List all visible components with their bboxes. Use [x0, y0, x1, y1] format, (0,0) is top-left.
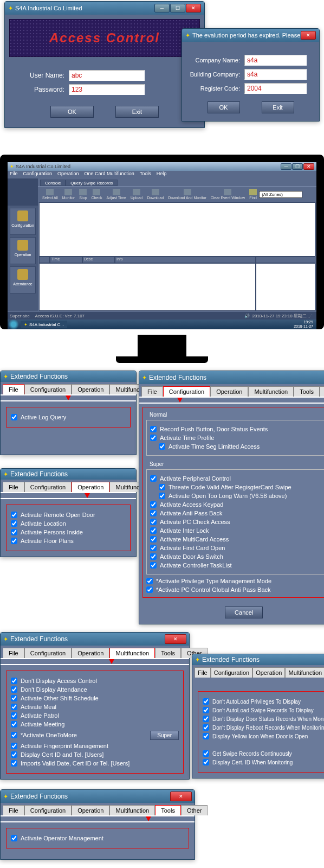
tab-other[interactable]: Other — [320, 386, 324, 397]
chk-location[interactable]: Activate Location — [11, 520, 126, 527]
chk-patrol[interactable]: Activate Patrol — [11, 712, 179, 719]
tab-multifunction[interactable]: Multifunction — [109, 648, 155, 658]
close-button[interactable]: ✕ — [301, 31, 316, 40]
tab-configuration[interactable]: Configuration — [211, 667, 252, 678]
maximize-button[interactable]: ☐ — [292, 163, 303, 170]
tab-file[interactable]: File — [3, 482, 24, 492]
chk-operator-mgmt[interactable]: Activate Operator Management — [11, 835, 184, 841]
chk-open-too-long[interactable]: Activate Open Too Long Warn (V6.58 above… — [159, 493, 324, 499]
tb-upload[interactable]: Upload — [131, 189, 142, 200]
tab-configuration[interactable]: Configuration — [24, 805, 72, 815]
ok-button[interactable]: OK — [208, 101, 240, 113]
super-button[interactable]: Super — [150, 731, 179, 740]
chk-yellow-icon[interactable]: Display Yellow Icon When Door is Open — [203, 733, 324, 739]
chk-other-shift[interactable]: Activate Other Shift Schedule — [11, 695, 179, 701]
close-button[interactable]: ✕ — [303, 163, 314, 170]
tab-tools[interactable]: Tools — [155, 648, 181, 658]
chk-cert-monitoring[interactable]: Display Cert. ID When Monitoring — [203, 759, 324, 765]
tab-multifunction[interactable]: Multifunction — [109, 805, 155, 815]
chk-time-profile[interactable]: Activate Time Profile — [150, 435, 324, 441]
chk-onetomore[interactable]: *Activate OneToMore — [11, 732, 150, 738]
tab-configuration[interactable]: Configuration — [24, 482, 72, 492]
chk-imports-valid[interactable]: Imports Valid Date, Cert ID or Tel. [Use… — [11, 760, 179, 767]
chk-meal[interactable]: Activate Meal — [11, 704, 179, 710]
start-button[interactable] — [8, 320, 20, 329]
chk-no-access-control[interactable]: Don't Display Access Control — [11, 678, 179, 684]
chk-priv-type-mgmt[interactable]: *Activate Privilege Type Management Mode — [146, 578, 324, 584]
menu-operation[interactable]: Operation — [57, 171, 79, 178]
chk-cert-id-tel[interactable]: Display Cert ID and Tel. [Users] — [11, 751, 179, 758]
chk-timeseg-access[interactable]: Activate Time Seg Limitted Access — [159, 443, 324, 450]
tb-downloadmonitor[interactable]: Download And Monitor — [168, 189, 206, 200]
tb-clear[interactable]: Clear Event Window — [211, 189, 245, 200]
tab-operation[interactable]: Operation — [72, 648, 109, 658]
tab-other[interactable]: Other — [181, 805, 208, 815]
chk-anti-passback[interactable]: Activate Anti Pass Back — [150, 510, 324, 516]
cancel-button[interactable]: Cancel — [225, 607, 263, 618]
menu-help[interactable]: Help — [157, 171, 167, 178]
menu-configuration[interactable]: Configuration — [23, 171, 53, 178]
chk-pc-check[interactable]: Activate PC Check Access — [150, 519, 324, 525]
exit-button[interactable]: Exit — [262, 101, 294, 113]
tb-find[interactable]: Find — [249, 189, 257, 200]
chk-tasklist[interactable]: Activate Controller TaskList — [150, 562, 324, 569]
chk-door-switch[interactable]: Activate Door As Switch — [150, 553, 324, 560]
maximize-button[interactable]: ☐ — [170, 4, 185, 12]
chk-threat-code[interactable]: Threate Code Valid After RegisgterCard S… — [159, 484, 324, 490]
tb-download[interactable]: Download — [147, 189, 164, 200]
tb-stop[interactable]: Stop — [79, 189, 87, 200]
close-button[interactable]: ✕ — [170, 792, 192, 801]
building-input[interactable] — [244, 69, 307, 80]
side-operation[interactable]: Operation — [10, 237, 36, 264]
tab-file[interactable]: File — [195, 667, 211, 678]
tab-multifunction[interactable]: Multifunction — [248, 386, 294, 397]
tab-operation[interactable]: Operation — [210, 386, 248, 397]
chk-no-attendance[interactable]: Don't Display Attendance — [11, 686, 179, 693]
tab-multifunction[interactable]: Multifunction — [285, 667, 324, 678]
side-attendance[interactable]: Attendance — [10, 266, 36, 293]
tb-selectall[interactable]: Select All — [42, 189, 58, 200]
menu-tools[interactable]: Tools — [140, 171, 151, 178]
chk-floor-plans[interactable]: Activate Floor Plans — [11, 538, 126, 544]
exit-button[interactable]: Exit — [115, 106, 159, 118]
chk-meeting[interactable]: Activate Meeting — [11, 721, 179, 727]
tab-query[interactable]: Query Swipe Records — [66, 180, 118, 186]
chk-first-card[interactable]: Activate First Card Open — [150, 545, 324, 551]
task-item[interactable]: ✦S4A Industrial C... — [21, 321, 67, 328]
chk-no-reboot[interactable]: Don't Display Reboot Records When Monito… — [203, 724, 324, 731]
tab-tools[interactable]: Tools — [155, 805, 181, 815]
chk-swipe-continuous[interactable]: Get Swipe Records Continuously — [203, 750, 324, 757]
tab-file[interactable]: File — [141, 386, 163, 397]
company-input[interactable] — [244, 55, 307, 66]
tab-operation[interactable]: Operation — [72, 482, 109, 492]
tab-file[interactable]: File — [3, 384, 24, 394]
chk-remote-open-door[interactable]: Activate Remote Open Door — [11, 512, 126, 518]
close-button[interactable]: ✕ — [186, 4, 201, 12]
ok-button[interactable]: OK — [50, 106, 94, 118]
chk-peripheral[interactable]: Activate Peripheral Control — [150, 475, 324, 482]
tab-operation[interactable]: Operation — [72, 805, 109, 815]
chk-global-apb[interactable]: *Activate PC Control Global Anti Pass Ba… — [146, 586, 324, 593]
side-configuration[interactable]: Configuration — [10, 208, 36, 235]
chk-record-push[interactable]: Record Push Button, Door Status Events — [150, 426, 324, 432]
zone-select[interactable]: (All Zones) — [259, 191, 302, 198]
menu-onecard[interactable]: One Card Multifunction — [85, 171, 134, 178]
chk-access-keypad[interactable]: Activate Access Keypad — [150, 501, 324, 508]
tab-tools[interactable]: Tools — [294, 386, 320, 397]
tb-adjusttime[interactable]: Adjust Time — [106, 189, 126, 200]
minimize-button[interactable]: ─ — [281, 163, 291, 170]
tab-configuration[interactable]: Configuration — [163, 386, 210, 397]
menu-file[interactable]: File — [10, 171, 18, 178]
chk-interlock[interactable]: Activate Inter Lock — [150, 527, 324, 534]
tab-console[interactable]: Console — [40, 180, 66, 186]
chk-fingerprint[interactable]: Activate Fingerprint Management — [11, 743, 179, 749]
tab-file[interactable]: File — [3, 805, 24, 815]
tab-operation[interactable]: Operation — [72, 384, 109, 394]
tab-configuration[interactable]: Configuration — [24, 384, 72, 394]
code-input[interactable] — [244, 83, 307, 94]
username-input[interactable] — [69, 70, 145, 81]
tab-file[interactable]: File — [3, 648, 24, 658]
chk-no-autoload-swipe[interactable]: Don't AutoLoad Swipe Records To Display — [203, 707, 324, 713]
tb-check[interactable]: Check — [92, 189, 102, 200]
close-button[interactable]: ✕ — [165, 634, 186, 644]
